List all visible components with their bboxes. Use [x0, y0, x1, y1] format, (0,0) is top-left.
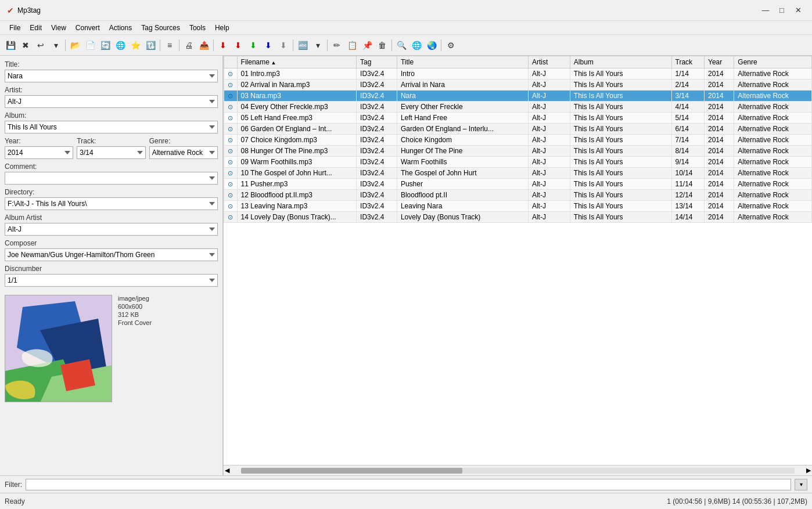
- sync-button[interactable]: 🔃: [143, 38, 157, 52]
- menu-tag-sources[interactable]: Tag Sources: [136, 23, 185, 33]
- undo-button[interactable]: ↩: [34, 38, 48, 52]
- col-header-artist[interactable]: Artist: [528, 56, 570, 68]
- album-art-info: image/jpeg 600x600 312 KB Front Cover: [118, 295, 152, 326]
- list-button[interactable]: ≡: [163, 38, 177, 52]
- table-row[interactable]: ⊙ 13 Leaving Nara.mp3 ID3v2.4 Leaving Na…: [224, 201, 812, 212]
- format-tag-button[interactable]: 🔤: [296, 38, 310, 52]
- directory-input[interactable]: F:\Alt-J - This Is All Yours\: [5, 197, 218, 210]
- menu-edit[interactable]: Edit: [25, 23, 46, 33]
- album-artist-input[interactable]: Alt-J: [5, 223, 218, 236]
- table-row[interactable]: ⊙ 02 Arrival in Nara.mp3 ID3v2.4 Arrival…: [224, 80, 812, 91]
- menu-convert[interactable]: Convert: [71, 23, 105, 33]
- table-row[interactable]: ⊙ 06 Garden Of England – Int... ID3v2.4 …: [224, 124, 812, 135]
- row-genre: Alternative Rock: [734, 80, 812, 91]
- col-header-icon[interactable]: [224, 56, 238, 68]
- col-header-track[interactable]: Track: [671, 56, 705, 68]
- tools-btn3[interactable]: 🌏: [425, 38, 439, 52]
- print-button[interactable]: 🖨: [182, 38, 196, 52]
- menu-view[interactable]: View: [46, 23, 71, 33]
- filter-input[interactable]: [26, 479, 791, 490]
- save-button[interactable]: 💾: [3, 38, 17, 52]
- minimize-button[interactable]: —: [759, 3, 773, 17]
- table-row[interactable]: ⊙ 09 Warm Foothills.mp3 ID3v2.4 Warm Foo…: [224, 157, 812, 168]
- export-button[interactable]: 📤: [197, 38, 211, 52]
- table-row[interactable]: ⊙ 10 The Gospel of John Hurt... ID3v2.4 …: [224, 168, 812, 179]
- undo-dropdown[interactable]: ▾: [49, 38, 63, 52]
- tools-btn1[interactable]: 🔍: [394, 38, 408, 52]
- tag-source4[interactable]: ⬇: [261, 38, 275, 52]
- row-tag: ID3v2.4: [357, 135, 397, 146]
- comment-input[interactable]: [5, 172, 218, 185]
- col-header-genre[interactable]: Genre: [734, 56, 812, 68]
- row-year: 2014: [705, 157, 734, 168]
- refresh-button[interactable]: 🔄: [98, 38, 112, 52]
- row-album: This Is All Yours: [570, 212, 671, 223]
- delete-button[interactable]: ✖: [19, 38, 33, 52]
- filter-dropdown-btn[interactable]: ▾: [795, 479, 807, 490]
- table-row[interactable]: ⊙ 08 Hunger Of The Pine.mp3 ID3v2.4 Hung…: [224, 146, 812, 157]
- copy-tag-button[interactable]: 📋: [345, 38, 359, 52]
- table-row[interactable]: ⊙ 04 Every Other Freckle.mp3 ID3v2.4 Eve…: [224, 102, 812, 113]
- col-header-filename[interactable]: Filename: [237, 56, 356, 68]
- row-artist: Alt-J: [528, 91, 570, 102]
- row-tag: ID3v2.4: [357, 157, 397, 168]
- scroll-left-btn[interactable]: ◀: [224, 467, 231, 474]
- delete-tag-button[interactable]: 🗑: [375, 38, 389, 52]
- tag-source3[interactable]: ⬇: [246, 38, 260, 52]
- format-dropdown[interactable]: ▾: [311, 38, 325, 52]
- open-folder-button[interactable]: 📂: [68, 38, 82, 52]
- settings-button[interactable]: ⚙: [444, 38, 458, 52]
- h-scrollbar[interactable]: [241, 468, 795, 474]
- col-header-album[interactable]: Album: [570, 56, 671, 68]
- table-row[interactable]: ⊙ 14 Lovely Day (Bonus Track)... ID3v2.4…: [224, 212, 812, 223]
- artist-input[interactable]: Alt-J: [5, 95, 218, 108]
- table-row[interactable]: ⊙ 12 Bloodflood pt.II.mp3 ID3v2.4 Bloodf…: [224, 190, 812, 201]
- table-row[interactable]: ⊙ 05 Left Hand Free.mp3 ID3v2.4 Left Han…: [224, 113, 812, 124]
- track-input[interactable]: 3/14: [77, 146, 145, 159]
- discnumber-input[interactable]: 1/1: [5, 274, 218, 287]
- tools-btn2[interactable]: 🌐: [409, 38, 423, 52]
- row-title: Every Other Freckle: [397, 102, 528, 113]
- menu-help[interactable]: Help: [210, 23, 234, 33]
- genre-input[interactable]: Alternative Rock: [149, 146, 218, 159]
- edit-tag-button[interactable]: ✏: [330, 38, 344, 52]
- file-list-container[interactable]: Filename Tag Title Artist Album Track Ye…: [224, 56, 812, 465]
- row-artist: Alt-J: [528, 179, 570, 190]
- open-files-button[interactable]: 📄: [83, 38, 97, 52]
- album-art-canvas: [5, 295, 112, 402]
- album-input[interactable]: This Is All Yours: [5, 121, 218, 133]
- row-title: Warm Foothills: [397, 157, 528, 168]
- paste-tag-button[interactable]: 📌: [360, 38, 374, 52]
- year-input[interactable]: 2014: [5, 146, 73, 159]
- scrollbar-area[interactable]: ◀ ▶: [224, 465, 812, 475]
- col-header-title[interactable]: Title: [397, 56, 528, 68]
- menu-actions[interactable]: Actions: [105, 23, 136, 33]
- album-field-group: Album: This Is All Yours: [5, 111, 218, 133]
- table-row[interactable]: ⊙ 01 Intro.mp3 ID3v2.4 Intro Alt-J This …: [224, 68, 812, 80]
- row-icon: ⊙: [224, 146, 238, 157]
- col-header-tag[interactable]: Tag: [357, 56, 397, 68]
- title-input[interactable]: Nara: [5, 70, 218, 82]
- row-title: Left Hand Free: [397, 113, 528, 124]
- tag-source1[interactable]: ⬇: [216, 38, 230, 52]
- composer-input[interactable]: Joe Newman/Gus Unger-Hamilton/Thom Green: [5, 248, 218, 261]
- tag-source2[interactable]: ⬇: [231, 38, 245, 52]
- h-scrollbar-thumb[interactable]: [241, 468, 462, 474]
- row-year: 2014: [705, 102, 734, 113]
- maximize-button[interactable]: □: [775, 3, 789, 17]
- web-button[interactable]: 🌐: [113, 38, 127, 52]
- col-header-year[interactable]: Year: [705, 56, 734, 68]
- menu-file[interactable]: File: [5, 23, 25, 33]
- row-genre: Alternative Rock: [734, 124, 812, 135]
- scroll-right-btn[interactable]: ▶: [805, 467, 812, 474]
- star-button[interactable]: ⭐: [128, 38, 142, 52]
- menu-tools[interactable]: Tools: [185, 23, 210, 33]
- table-row[interactable]: ⊙ 11 Pusher.mp3 ID3v2.4 Pusher Alt-J Thi…: [224, 179, 812, 190]
- tag-source5[interactable]: ⬇: [276, 38, 290, 52]
- left-panel: Title: Nara Artist: Alt-J Album: This Is…: [0, 56, 224, 475]
- table-row[interactable]: ⊙ 03 Nara.mp3 ID3v2.4 Nara Alt-J This Is…: [224, 91, 812, 102]
- row-icon: ⊙: [224, 135, 238, 146]
- table-row[interactable]: ⊙ 07 Choice Kingdom.mp3 ID3v2.4 Choice K…: [224, 135, 812, 146]
- close-button[interactable]: ✕: [791, 3, 805, 17]
- row-year: 2014: [705, 201, 734, 212]
